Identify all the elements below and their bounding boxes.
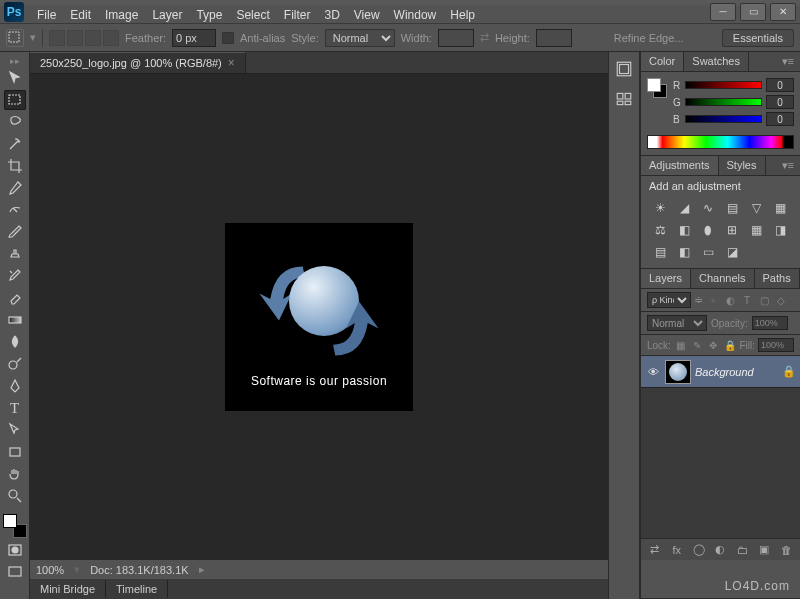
r-slider[interactable] (685, 81, 762, 89)
menu-file[interactable]: File (30, 8, 63, 22)
fill-input[interactable] (758, 338, 794, 352)
filter-smart-icon[interactable]: ◇ (774, 293, 788, 307)
zoom-level[interactable]: 100% (36, 564, 64, 576)
panel-menu-icon[interactable]: ▾≡ (776, 52, 800, 71)
vibrance-icon[interactable]: ▽ (747, 200, 765, 216)
exposure-icon[interactable]: ▤ (723, 200, 741, 216)
tab-styles[interactable]: Styles (719, 156, 766, 175)
new-group-icon[interactable]: 🗀 (734, 542, 750, 558)
color-balance-icon[interactable]: ⚖ (651, 222, 669, 238)
posterize-icon[interactable]: ▤ (651, 244, 669, 260)
color-spectrum[interactable] (647, 135, 794, 149)
layer-style-icon[interactable]: fx (669, 542, 685, 558)
menu-image[interactable]: Image (98, 8, 145, 22)
hand-tool[interactable] (4, 464, 26, 484)
brightness-icon[interactable]: ☀ (651, 200, 669, 216)
tab-paths[interactable]: Paths (755, 269, 800, 288)
tab-adjustments[interactable]: Adjustments (641, 156, 719, 175)
invert-icon[interactable]: ◨ (771, 222, 789, 238)
filter-type-icon[interactable]: T (740, 293, 754, 307)
levels-icon[interactable]: ◢ (675, 200, 693, 216)
lock-pixels-icon[interactable]: ✎ (690, 338, 703, 352)
style-select[interactable]: Normal (325, 29, 395, 47)
feather-input[interactable] (172, 29, 216, 47)
bw-icon[interactable]: ◧ (675, 222, 693, 238)
tab-channels[interactable]: Channels (691, 269, 754, 288)
visibility-icon[interactable]: 👁 (645, 366, 661, 378)
refine-edge-button[interactable]: Refine Edge... (614, 32, 684, 44)
selection-intersect-icon[interactable] (103, 30, 119, 46)
magic-wand-tool[interactable] (4, 134, 26, 154)
blend-mode-select[interactable]: Normal (647, 315, 707, 331)
lock-position-icon[interactable]: ✥ (707, 338, 720, 352)
hue-sat-icon[interactable]: ▦ (771, 200, 789, 216)
b-input[interactable] (766, 112, 794, 126)
tab-mini-bridge[interactable]: Mini Bridge (30, 580, 106, 598)
tab-timeline[interactable]: Timeline (106, 580, 168, 598)
selection-new-icon[interactable] (49, 30, 65, 46)
threshold-icon[interactable]: ◧ (675, 244, 693, 260)
document-tab[interactable]: 250x250_logo.jpg @ 100% (RGB/8#) × (30, 52, 246, 73)
layer-name[interactable]: Background (695, 366, 778, 378)
panel-menu-icon[interactable]: ▾≡ (776, 156, 800, 175)
quick-mask-tool[interactable] (4, 540, 26, 560)
selection-subtract-icon[interactable] (85, 30, 101, 46)
tool-preset-icon[interactable] (6, 29, 24, 47)
link-layers-icon[interactable]: ⇄ (647, 542, 663, 558)
pen-tool[interactable] (4, 376, 26, 396)
selective-color-icon[interactable]: ◪ (723, 244, 741, 260)
color-picker-swatch[interactable] (647, 78, 667, 98)
lock-transparency-icon[interactable]: ▦ (674, 338, 687, 352)
layer-row[interactable]: 👁 Background 🔒 (641, 356, 800, 388)
foreground-color-swatch[interactable] (3, 514, 17, 528)
brush-tool[interactable] (4, 222, 26, 242)
zoom-tool[interactable] (4, 486, 26, 506)
dodge-tool[interactable] (4, 354, 26, 374)
workspace-essentials-button[interactable]: Essentials (722, 29, 794, 47)
new-layer-icon[interactable]: ▣ (756, 542, 772, 558)
opacity-input[interactable] (752, 316, 788, 330)
gradient-map-icon[interactable]: ▭ (699, 244, 717, 260)
selection-add-icon[interactable] (67, 30, 83, 46)
layer-filter-kind[interactable]: ρ Kind (647, 292, 691, 308)
layer-lock-icon[interactable]: 🔒 (782, 365, 796, 378)
eraser-tool[interactable] (4, 288, 26, 308)
history-panel-icon[interactable] (613, 58, 635, 80)
filter-pixel-icon[interactable]: ▫ (706, 293, 720, 307)
screen-mode-tool[interactable] (4, 562, 26, 582)
properties-panel-icon[interactable] (613, 88, 635, 110)
curves-icon[interactable]: ∿ (699, 200, 717, 216)
new-adjustment-icon[interactable]: ◐ (713, 542, 729, 558)
lock-all-icon[interactable]: 🔒 (723, 338, 736, 352)
move-tool[interactable] (4, 68, 26, 88)
marquee-tool[interactable] (4, 90, 26, 110)
healing-brush-tool[interactable] (4, 200, 26, 220)
window-maximize-button[interactable]: ▭ (740, 3, 766, 21)
r-input[interactable] (766, 78, 794, 92)
tab-color[interactable]: Color (641, 52, 684, 71)
lasso-tool[interactable] (4, 112, 26, 132)
menu-edit[interactable]: Edit (63, 8, 98, 22)
menu-help[interactable]: Help (443, 8, 482, 22)
g-input[interactable] (766, 95, 794, 109)
menu-layer[interactable]: Layer (145, 8, 189, 22)
tab-swatches[interactable]: Swatches (684, 52, 749, 71)
menu-window[interactable]: Window (387, 8, 444, 22)
layer-thumbnail[interactable] (665, 360, 691, 384)
g-slider[interactable] (685, 98, 762, 106)
color-lookup-icon[interactable]: ▦ (747, 222, 765, 238)
menu-3d[interactable]: 3D (317, 8, 346, 22)
eyedropper-tool[interactable] (4, 178, 26, 198)
layer-mask-icon[interactable]: ◯ (691, 542, 707, 558)
tab-layers[interactable]: Layers (641, 269, 691, 288)
color-swatch[interactable] (3, 514, 27, 538)
menu-type[interactable]: Type (189, 8, 229, 22)
b-slider[interactable] (685, 115, 762, 123)
close-icon[interactable]: × (228, 56, 235, 70)
filter-shape-icon[interactable]: ▢ (757, 293, 771, 307)
filter-adjust-icon[interactable]: ◐ (723, 293, 737, 307)
type-tool[interactable]: T (4, 398, 26, 418)
path-selection-tool[interactable] (4, 420, 26, 440)
window-close-button[interactable]: ✕ (770, 3, 796, 21)
menu-view[interactable]: View (347, 8, 387, 22)
